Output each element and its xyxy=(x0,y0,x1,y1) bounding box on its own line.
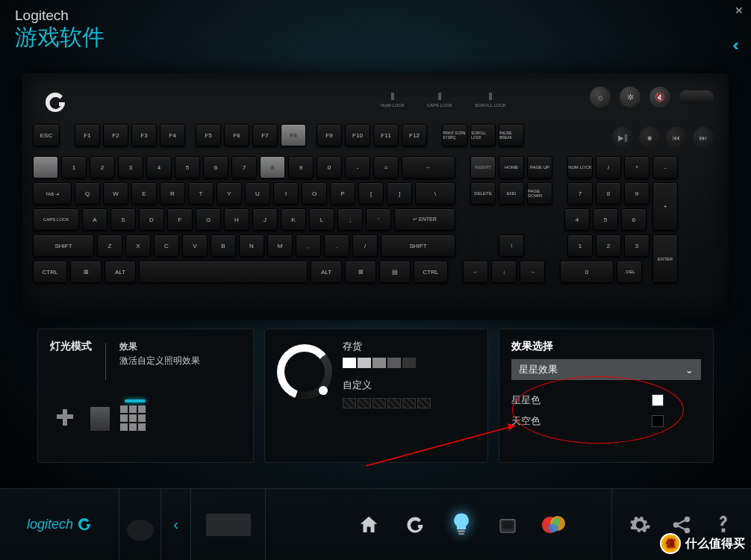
key-num2[interactable]: 2 xyxy=(596,234,621,257)
key-c[interactable]: C xyxy=(154,234,179,257)
key-lwin[interactable]: ⊞ xyxy=(70,261,102,283)
key-numplus[interactable]: + xyxy=(652,182,678,231)
key-f8[interactable]: F8 xyxy=(281,124,306,146)
device-thumb-cell[interactable] xyxy=(191,489,266,560)
key-f11[interactable]: F11 xyxy=(373,124,399,146)
key-q[interactable]: Q xyxy=(75,182,100,205)
key-pause[interactable]: PAUSE BREAK xyxy=(499,124,524,146)
key-menu[interactable]: ▤ xyxy=(379,261,411,283)
sky-color-swatch[interactable] xyxy=(652,415,664,427)
mode-option-zones[interactable] xyxy=(90,407,110,431)
settings-button[interactable] xyxy=(626,511,654,539)
key-f9[interactable]: F9 xyxy=(317,124,342,146)
key-equals[interactable]: = xyxy=(373,156,399,178)
lighting-nav-button[interactable] xyxy=(447,511,476,539)
key-j[interactable]: J xyxy=(252,208,278,231)
key-pgdn[interactable]: PAGE DOWN xyxy=(527,182,552,205)
key-comma[interactable]: , xyxy=(296,234,321,257)
key-z[interactable]: Z xyxy=(97,234,122,257)
mode-option-effects[interactable] xyxy=(120,402,150,432)
gkey-nav-button[interactable] xyxy=(401,511,429,539)
key-rwin[interactable]: ⊞ xyxy=(345,261,376,283)
key-nummul[interactable]: * xyxy=(624,156,649,178)
key-numenter[interactable]: ENTER xyxy=(652,234,678,283)
key-numdiv[interactable]: / xyxy=(596,156,621,178)
key-delete[interactable]: DELETE xyxy=(470,182,496,205)
key-space[interactable] xyxy=(139,261,308,283)
key-slash[interactable]: / xyxy=(352,234,378,257)
key-x[interactable]: X xyxy=(125,234,151,257)
key-6[interactable]: 6 xyxy=(203,156,228,178)
nav-prev-button[interactable]: ‹ xyxy=(163,516,189,533)
key-lshift[interactable]: SHIFT xyxy=(33,234,94,257)
key-l[interactable]: L xyxy=(309,208,334,231)
key-7[interactable]: 7 xyxy=(231,156,257,178)
key-t[interactable]: T xyxy=(188,182,214,205)
star-color-swatch[interactable] xyxy=(652,394,664,406)
key-4[interactable]: 4 xyxy=(146,156,172,178)
key-num0[interactable]: 0 xyxy=(560,261,614,283)
key-f1[interactable]: F1 xyxy=(75,124,100,146)
key-v[interactable]: V xyxy=(182,234,208,257)
key-8[interactable]: 8 xyxy=(260,156,285,178)
swatch-2[interactable] xyxy=(358,358,371,368)
key-scrlk[interactable]: SCROLL LOCK xyxy=(470,124,496,146)
mode-option-freestyle[interactable] xyxy=(50,402,80,432)
key-ralt[interactable]: ALT xyxy=(311,261,342,283)
key-tab[interactable]: TAB ⇥ xyxy=(33,182,72,205)
key-f6[interactable]: F6 xyxy=(224,124,249,146)
key-f10[interactable]: F10 xyxy=(345,124,370,146)
key-num9[interactable]: 9 xyxy=(624,182,649,205)
swatch-5[interactable] xyxy=(402,358,416,368)
key-enter[interactable]: ↵ ENTER xyxy=(394,208,455,231)
home-nav-button[interactable] xyxy=(355,511,383,539)
key-prtsc[interactable]: PRINT SCRN SYSRQ xyxy=(442,124,467,146)
key-rbracket[interactable]: ] xyxy=(387,182,412,205)
key-5[interactable]: 5 xyxy=(175,156,200,178)
key-h[interactable]: H xyxy=(224,208,249,231)
key-o[interactable]: O xyxy=(302,182,327,205)
key-2[interactable]: 2 xyxy=(90,156,115,178)
brightness-dial[interactable] xyxy=(277,344,332,399)
key-left[interactable]: ← xyxy=(463,261,488,283)
key-n[interactable]: N xyxy=(239,234,264,257)
key-esc[interactable]: ESC xyxy=(33,124,60,146)
heatmap-nav-button[interactable] xyxy=(540,511,568,539)
key-rctrl[interactable]: CTRL xyxy=(414,261,448,283)
key-numdel[interactable]: . DEL xyxy=(617,261,642,283)
key-1[interactable]: 1 xyxy=(61,156,87,178)
key-m[interactable]: M xyxy=(267,234,293,257)
key-f5[interactable]: F5 xyxy=(196,124,221,146)
key-semi[interactable]: ; xyxy=(337,208,363,231)
dim-button[interactable]: ☼ xyxy=(590,87,611,108)
key-period[interactable]: . xyxy=(324,234,349,257)
key-lalt[interactable]: ALT xyxy=(105,261,136,283)
custom-swatch[interactable] xyxy=(373,398,386,408)
custom-swatch[interactable] xyxy=(387,398,401,408)
key-f4[interactable]: F4 xyxy=(160,124,185,146)
key-numsub[interactable]: - xyxy=(652,156,678,178)
key-quote[interactable]: ' xyxy=(366,208,391,231)
key-p[interactable]: P xyxy=(330,182,355,205)
key-minus[interactable]: - xyxy=(345,156,370,178)
key-home[interactable]: HOME xyxy=(499,156,524,178)
key-e[interactable]: E xyxy=(131,182,157,205)
key-lbracket[interactable]: [ xyxy=(358,182,384,205)
key-down[interactable]: ↓ xyxy=(491,261,517,283)
key-backslash[interactable]: \ xyxy=(415,182,455,205)
mute-button[interactable]: 🔇 xyxy=(649,87,670,108)
collapse-button[interactable]: ‹‹ xyxy=(732,36,735,55)
key-u[interactable]: U xyxy=(245,182,270,205)
key-end[interactable]: END xyxy=(499,182,524,205)
key-g[interactable]: G xyxy=(196,208,221,231)
key-num1[interactable]: 1 xyxy=(567,234,593,257)
key-tilde[interactable]: ` xyxy=(33,156,58,178)
key-b[interactable]: B xyxy=(211,234,236,257)
key-nav-button[interactable] xyxy=(493,511,522,539)
custom-swatch[interactable] xyxy=(343,398,356,408)
key-num7[interactable]: 7 xyxy=(567,182,593,205)
key-w[interactable]: W xyxy=(103,182,128,205)
key-num3[interactable]: 3 xyxy=(624,234,649,257)
custom-swatch[interactable] xyxy=(358,398,371,408)
bright-button[interactable]: ✲ xyxy=(620,87,641,108)
